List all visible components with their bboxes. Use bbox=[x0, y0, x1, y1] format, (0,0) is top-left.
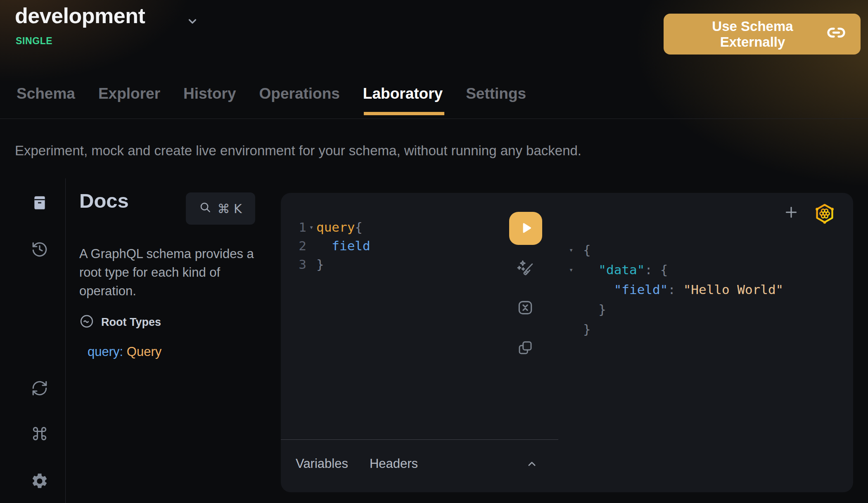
copy-query-button[interactable] bbox=[516, 339, 535, 358]
chevron-down-icon bbox=[185, 14, 200, 30]
refresh-icon bbox=[31, 380, 48, 398]
line-number: 3 bbox=[295, 255, 306, 274]
copy-icon bbox=[517, 339, 534, 358]
tab-history[interactable]: History bbox=[183, 85, 236, 115]
page-title: development bbox=[15, 3, 145, 28]
sidebar-item-history[interactable] bbox=[29, 239, 50, 261]
execute-query-button[interactable] bbox=[509, 212, 542, 245]
merge-fragments-button[interactable] bbox=[516, 299, 535, 318]
response-viewer: ▾ { ▾ "data" : { "field" : "Hello World" bbox=[569, 240, 783, 339]
tab-schema[interactable]: Schema bbox=[17, 85, 75, 115]
line-number: 1 bbox=[295, 218, 306, 237]
page-subtitle: Experiment, mock and create live environ… bbox=[15, 143, 581, 159]
root-types-icon bbox=[79, 314, 94, 330]
graphiql-editor-card: 1 ▾ query { 2 field 3 } bbox=[281, 193, 853, 492]
query-editor-line: 3 } bbox=[295, 255, 370, 274]
query-editor[interactable]: 1 ▾ query { 2 field 3 } bbox=[295, 218, 370, 274]
request-pane-divider bbox=[281, 439, 558, 440]
docs-panel-title: Docs bbox=[79, 189, 129, 212]
response-line: ▾ "data" : { bbox=[569, 260, 783, 280]
response-line: } bbox=[569, 319, 783, 339]
search-icon bbox=[199, 201, 211, 216]
query-editor-line: 1 ▾ query { bbox=[295, 218, 370, 237]
tab-laboratory[interactable]: Laboratory bbox=[363, 85, 443, 115]
docs-book-icon bbox=[32, 194, 47, 213]
tab-bar-divider bbox=[0, 119, 868, 119]
prettify-query-button[interactable] bbox=[516, 259, 535, 278]
docs-search-button[interactable]: ⌘ K bbox=[186, 192, 255, 225]
tab-operations[interactable]: Operations bbox=[259, 85, 340, 115]
add-tab-button[interactable] bbox=[782, 203, 801, 222]
sidebar-item-shortcuts[interactable] bbox=[29, 423, 50, 445]
response-line: } bbox=[569, 299, 783, 319]
merge-icon bbox=[516, 299, 534, 318]
use-schema-externally-button[interactable]: Use Schema Externally bbox=[664, 14, 861, 55]
command-icon bbox=[31, 425, 49, 444]
root-type-field-name[interactable]: query bbox=[88, 344, 120, 359]
status-badge: SINGLE bbox=[16, 36, 52, 47]
search-shortcut-label: ⌘ K bbox=[217, 202, 242, 216]
tab-bar: Schema Explorer History Operations Labor… bbox=[17, 85, 526, 115]
plus-icon bbox=[783, 204, 799, 222]
collapse-editor-tools-button[interactable] bbox=[523, 456, 541, 474]
tab-explorer[interactable]: Explorer bbox=[98, 85, 160, 115]
tab-headers[interactable]: Headers bbox=[370, 456, 418, 471]
response-line: ▾ { bbox=[569, 240, 783, 260]
sidebar-item-docs[interactable] bbox=[29, 192, 50, 214]
fold-triangle-icon[interactable]: ▾ bbox=[569, 240, 583, 260]
response-line: "field" : "Hello World" bbox=[569, 280, 783, 299]
gear-icon bbox=[31, 472, 49, 491]
history-icon bbox=[31, 241, 48, 259]
tab-variables[interactable]: Variables bbox=[296, 456, 348, 471]
fold-triangle-icon[interactable]: ▾ bbox=[306, 218, 316, 237]
schema-description: A GraphQL schema provides a root type fo… bbox=[79, 244, 266, 300]
link-icon bbox=[827, 23, 846, 45]
sidebar-divider bbox=[65, 178, 66, 503]
request-bottom-tabs: Variables Headers bbox=[296, 456, 418, 471]
root-type-type-name[interactable]: Query bbox=[127, 344, 161, 359]
query-editor-line: 2 field bbox=[295, 237, 370, 255]
laboratory-page: development SINGLE Use Schema Externally… bbox=[0, 0, 868, 503]
use-schema-externally-label: Use Schema Externally bbox=[678, 19, 827, 50]
line-number: 2 bbox=[295, 237, 306, 255]
root-types-section: Root Types bbox=[79, 314, 161, 330]
sidebar-item-settings[interactable] bbox=[29, 471, 50, 492]
target-selector-dropdown[interactable] bbox=[184, 13, 201, 30]
graphql-hive-logo bbox=[813, 202, 836, 225]
prettify-sparkle-broom-icon bbox=[516, 259, 535, 279]
sidebar-item-refetch-schema[interactable] bbox=[29, 378, 50, 399]
tab-settings[interactable]: Settings bbox=[466, 85, 526, 115]
fold-triangle-icon[interactable]: ▾ bbox=[569, 260, 583, 280]
play-icon bbox=[519, 221, 533, 236]
root-types-label: Root Types bbox=[101, 316, 161, 329]
chevron-up-icon bbox=[525, 457, 539, 472]
root-type-query-link[interactable]: query: Query bbox=[88, 344, 161, 359]
